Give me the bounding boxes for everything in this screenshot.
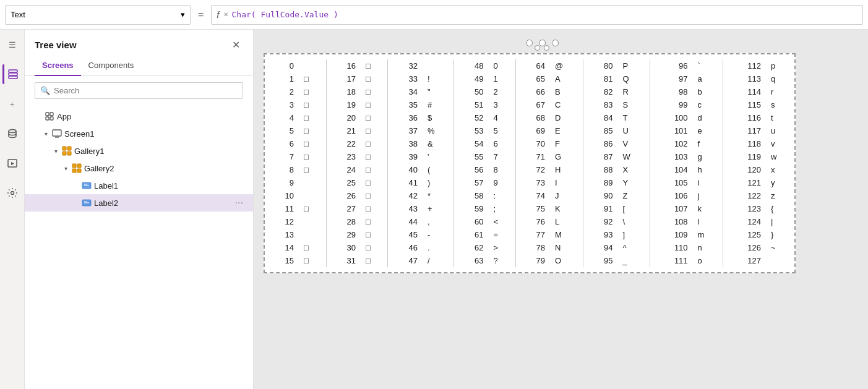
ascii-char-cell: □ [299,124,326,137]
tree-item-screen1[interactable]: ▾ Screen1 [25,125,253,142]
ascii-char-cell: □ [299,150,326,163]
property-dropdown[interactable]: Text ▾ [5,5,191,25]
ascii-num-cell: 2 [265,85,299,98]
ascii-num-cell: 33 [388,72,423,85]
handle-inner-2[interactable] [544,45,549,51]
ascii-char-cell: : [489,189,516,202]
ascii-char-cell: W [618,150,650,163]
ascii-num-cell: 123 [723,202,766,215]
search-input[interactable] [54,86,238,95]
ascii-num-cell: 5 [265,124,299,137]
sidebar-hamburger-icon[interactable]: ☰ [2,35,22,54]
ascii-num-cell: 32 [388,59,423,72]
ascii-num-cell: 81 [583,72,618,85]
ascii-num-cell: 37 [388,124,423,137]
table-row: 1228□44,60<76L92\108l124| [265,215,794,228]
table-row: 11□27□43+59;75K91[107k123{ [265,202,794,215]
sidebar-plus-icon[interactable]: + [2,94,22,114]
ascii-char-cell: ` [693,59,723,72]
ascii-num-cell: 109 [650,228,693,241]
top-bar: Text ▾ = f ✕ Char( FullCode.Value ) [0,0,868,30]
svg-rect-8 [46,117,49,120]
property-dropdown-value: Text [11,10,25,19]
ascii-char-cell: p [766,59,794,72]
ascii-char-cell: a [693,72,723,85]
ascii-num-cell: 48 [454,59,489,72]
ascii-num-cell: 51 [454,98,489,111]
handle-inner-1[interactable] [535,45,540,51]
ascii-num-cell: 102 [650,137,693,150]
sidebar-settings-icon[interactable] [2,183,22,203]
sidebar-media-icon[interactable] [2,153,22,173]
ascii-num-cell: 88 [583,163,618,176]
ascii-char-cell: □ [361,163,388,176]
tree-more-button[interactable]: ··· [235,197,243,208]
ascii-char-cell: □ [361,202,388,215]
tab-components[interactable]: Components [81,57,142,76]
svg-rect-18 [77,169,81,173]
ascii-char-cell: ' [423,150,454,163]
formula-fx-icon: f [217,9,219,20]
ascii-char-cell: i [693,176,723,189]
ascii-num-cell: 12 [265,215,299,228]
ascii-num-cell: 72 [515,163,550,176]
sidebar-database-icon[interactable] [2,124,22,143]
ascii-num-cell: 54 [454,137,489,150]
ascii-char-cell: & [423,137,454,150]
sidebar-layers-icon[interactable] [2,64,22,84]
tree-item-app[interactable]: App [25,108,253,125]
canvas-area[interactable]: 016□3248064@80P96`112p1□17□33!49165A81Q9… [254,30,868,389]
ascii-num-cell: 74 [515,189,550,202]
table-row: 1026□42*58:74J90Z106j122z [265,189,794,202]
ascii-char-cell: + [423,202,454,215]
ascii-num-cell: 29 [326,228,361,241]
handle-circle-1[interactable] [526,40,533,46]
ascii-num-cell: 103 [650,150,693,163]
ascii-table-container: 016□3248064@80P96`112p1□17□33!49165A81Q9… [264,53,796,273]
ascii-num-cell: 52 [454,111,489,124]
ascii-char-cell: $ [423,111,454,124]
tree-item-label1[interactable]: Label1 [25,177,253,194]
tree-close-button[interactable]: ✕ [228,37,243,52]
ascii-num-cell: 117 [723,124,766,137]
ascii-char-cell: 4 [489,111,516,124]
ascii-char-cell: t [766,111,794,124]
gallery2-chevron-icon: ▾ [62,165,69,172]
ascii-num-cell: 61 [454,228,489,241]
handle-circle-3[interactable] [552,40,559,46]
table-row: 5□21□37%53569E85U101e117u [265,124,794,137]
ascii-num-cell: 21 [326,124,361,137]
ascii-char-cell: 1 [489,72,516,85]
ascii-num-cell: 121 [723,176,766,189]
ascii-char-cell: Q [618,72,650,85]
ascii-char-cell: □ [299,85,326,98]
ascii-char-cell: G [550,150,583,163]
ascii-char-cell: | [766,215,794,228]
ascii-num-cell: 56 [454,163,489,176]
ascii-num-cell: 60 [454,215,489,228]
label1-icon [82,181,92,191]
ascii-num-cell: 28 [326,215,361,228]
formula-bar[interactable]: f ✕ Char( FullCode.Value ) [211,5,863,25]
tree-item-label2[interactable]: Label2 ··· [25,194,253,212]
ascii-num-cell: 41 [388,176,423,189]
ascii-char-cell: F [550,137,583,150]
ascii-num-cell: 13 [265,228,299,241]
ascii-num-cell: 6 [265,137,299,150]
tree-item-gallery2[interactable]: ▾ Gallery2 [25,160,253,177]
ascii-char-cell: □ [299,98,326,111]
ascii-num-cell: 10 [265,189,299,202]
ascii-num-cell: 69 [515,124,550,137]
ascii-char-cell: □ [361,189,388,202]
ascii-num-cell: 66 [515,85,550,98]
ascii-char-cell: N [550,241,583,254]
ascii-char-cell: ( [423,163,454,176]
ascii-char-cell: □ [299,137,326,150]
table-row: 1□17□33!49165A81Q97a113q [265,72,794,85]
ascii-num-cell: 58 [454,189,489,202]
tab-screens[interactable]: Screens [35,57,81,76]
ascii-num-cell: 93 [583,228,618,241]
tree-tabs: Screens Components [25,57,253,76]
tree-item-gallery1[interactable]: ▾ Gallery1 [25,142,253,160]
ascii-num-cell: 110 [650,241,693,254]
